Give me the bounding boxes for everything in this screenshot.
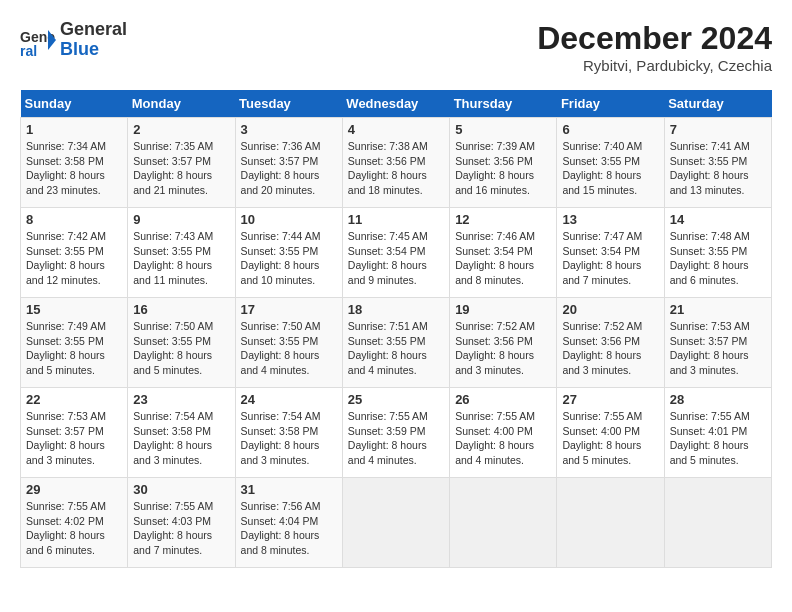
calendar-cell: 9 Sunrise: 7:43 AMSunset: 3:55 PMDayligh… — [128, 208, 235, 298]
logo: Gene ral General Blue — [20, 20, 127, 60]
day-number: 28 — [670, 392, 766, 407]
calendar-cell: 6 Sunrise: 7:40 AMSunset: 3:55 PMDayligh… — [557, 118, 664, 208]
day-number: 16 — [133, 302, 229, 317]
calendar-cell — [342, 478, 449, 568]
calendar-cell: 8 Sunrise: 7:42 AMSunset: 3:55 PMDayligh… — [21, 208, 128, 298]
day-number: 13 — [562, 212, 658, 227]
logo-icon: Gene ral — [20, 22, 56, 58]
month-title: December 2024 — [537, 20, 772, 57]
day-info: Sunrise: 7:34 AMSunset: 3:58 PMDaylight:… — [26, 139, 122, 198]
calendar-cell: 30 Sunrise: 7:55 AMSunset: 4:03 PMDaylig… — [128, 478, 235, 568]
day-info: Sunrise: 7:55 AMSunset: 4:00 PMDaylight:… — [455, 409, 551, 468]
day-number: 20 — [562, 302, 658, 317]
calendar-cell: 27 Sunrise: 7:55 AMSunset: 4:00 PMDaylig… — [557, 388, 664, 478]
day-number: 18 — [348, 302, 444, 317]
calendar-cell: 25 Sunrise: 7:55 AMSunset: 3:59 PMDaylig… — [342, 388, 449, 478]
calendar-week-row: 29 Sunrise: 7:55 AMSunset: 4:02 PMDaylig… — [21, 478, 772, 568]
col-header-tuesday: Tuesday — [235, 90, 342, 118]
svg-text:ral: ral — [20, 43, 37, 58]
page-header: Gene ral General Blue December 2024 Rybi… — [20, 20, 772, 74]
day-number: 26 — [455, 392, 551, 407]
calendar-cell: 11 Sunrise: 7:45 AMSunset: 3:54 PMDaylig… — [342, 208, 449, 298]
day-number: 17 — [241, 302, 337, 317]
calendar-cell: 14 Sunrise: 7:48 AMSunset: 3:55 PMDaylig… — [664, 208, 771, 298]
calendar-cell: 20 Sunrise: 7:52 AMSunset: 3:56 PMDaylig… — [557, 298, 664, 388]
day-number: 14 — [670, 212, 766, 227]
calendar-cell: 2 Sunrise: 7:35 AMSunset: 3:57 PMDayligh… — [128, 118, 235, 208]
day-number: 31 — [241, 482, 337, 497]
day-info: Sunrise: 7:38 AMSunset: 3:56 PMDaylight:… — [348, 139, 444, 198]
calendar-cell: 24 Sunrise: 7:54 AMSunset: 3:58 PMDaylig… — [235, 388, 342, 478]
calendar-cell: 4 Sunrise: 7:38 AMSunset: 3:56 PMDayligh… — [342, 118, 449, 208]
calendar-cell: 13 Sunrise: 7:47 AMSunset: 3:54 PMDaylig… — [557, 208, 664, 298]
calendar-week-row: 8 Sunrise: 7:42 AMSunset: 3:55 PMDayligh… — [21, 208, 772, 298]
day-number: 25 — [348, 392, 444, 407]
day-number: 6 — [562, 122, 658, 137]
day-info: Sunrise: 7:41 AMSunset: 3:55 PMDaylight:… — [670, 139, 766, 198]
calendar-week-row: 22 Sunrise: 7:53 AMSunset: 3:57 PMDaylig… — [21, 388, 772, 478]
col-header-friday: Friday — [557, 90, 664, 118]
day-number: 5 — [455, 122, 551, 137]
day-number: 22 — [26, 392, 122, 407]
calendar-cell: 28 Sunrise: 7:55 AMSunset: 4:01 PMDaylig… — [664, 388, 771, 478]
calendar-cell: 12 Sunrise: 7:46 AMSunset: 3:54 PMDaylig… — [450, 208, 557, 298]
calendar-cell: 23 Sunrise: 7:54 AMSunset: 3:58 PMDaylig… — [128, 388, 235, 478]
calendar-header-row: SundayMondayTuesdayWednesdayThursdayFrid… — [21, 90, 772, 118]
calendar-cell: 5 Sunrise: 7:39 AMSunset: 3:56 PMDayligh… — [450, 118, 557, 208]
calendar-cell: 16 Sunrise: 7:50 AMSunset: 3:55 PMDaylig… — [128, 298, 235, 388]
logo-text-blue: Blue — [60, 39, 99, 59]
calendar-cell: 10 Sunrise: 7:44 AMSunset: 3:55 PMDaylig… — [235, 208, 342, 298]
day-number: 1 — [26, 122, 122, 137]
day-info: Sunrise: 7:52 AMSunset: 3:56 PMDaylight:… — [455, 319, 551, 378]
calendar-cell — [557, 478, 664, 568]
day-info: Sunrise: 7:50 AMSunset: 3:55 PMDaylight:… — [133, 319, 229, 378]
day-info: Sunrise: 7:45 AMSunset: 3:54 PMDaylight:… — [348, 229, 444, 288]
calendar-cell: 1 Sunrise: 7:34 AMSunset: 3:58 PMDayligh… — [21, 118, 128, 208]
day-number: 29 — [26, 482, 122, 497]
day-info: Sunrise: 7:52 AMSunset: 3:56 PMDaylight:… — [562, 319, 658, 378]
day-number: 15 — [26, 302, 122, 317]
calendar-week-row: 15 Sunrise: 7:49 AMSunset: 3:55 PMDaylig… — [21, 298, 772, 388]
calendar-cell: 22 Sunrise: 7:53 AMSunset: 3:57 PMDaylig… — [21, 388, 128, 478]
day-info: Sunrise: 7:36 AMSunset: 3:57 PMDaylight:… — [241, 139, 337, 198]
day-info: Sunrise: 7:55 AMSunset: 4:02 PMDaylight:… — [26, 499, 122, 558]
day-info: Sunrise: 7:50 AMSunset: 3:55 PMDaylight:… — [241, 319, 337, 378]
col-header-sunday: Sunday — [21, 90, 128, 118]
day-info: Sunrise: 7:51 AMSunset: 3:55 PMDaylight:… — [348, 319, 444, 378]
day-number: 3 — [241, 122, 337, 137]
calendar-cell: 26 Sunrise: 7:55 AMSunset: 4:00 PMDaylig… — [450, 388, 557, 478]
day-number: 10 — [241, 212, 337, 227]
day-info: Sunrise: 7:55 AMSunset: 3:59 PMDaylight:… — [348, 409, 444, 468]
location: Rybitvi, Pardubicky, Czechia — [537, 57, 772, 74]
day-info: Sunrise: 7:53 AMSunset: 3:57 PMDaylight:… — [26, 409, 122, 468]
day-number: 30 — [133, 482, 229, 497]
calendar-cell: 3 Sunrise: 7:36 AMSunset: 3:57 PMDayligh… — [235, 118, 342, 208]
day-number: 12 — [455, 212, 551, 227]
calendar-cell: 18 Sunrise: 7:51 AMSunset: 3:55 PMDaylig… — [342, 298, 449, 388]
col-header-wednesday: Wednesday — [342, 90, 449, 118]
day-number: 19 — [455, 302, 551, 317]
day-number: 23 — [133, 392, 229, 407]
day-number: 8 — [26, 212, 122, 227]
day-number: 9 — [133, 212, 229, 227]
day-info: Sunrise: 7:53 AMSunset: 3:57 PMDaylight:… — [670, 319, 766, 378]
day-number: 27 — [562, 392, 658, 407]
calendar-cell — [450, 478, 557, 568]
calendar-cell — [664, 478, 771, 568]
day-number: 2 — [133, 122, 229, 137]
day-info: Sunrise: 7:43 AMSunset: 3:55 PMDaylight:… — [133, 229, 229, 288]
day-number: 4 — [348, 122, 444, 137]
col-header-saturday: Saturday — [664, 90, 771, 118]
day-info: Sunrise: 7:47 AMSunset: 3:54 PMDaylight:… — [562, 229, 658, 288]
col-header-thursday: Thursday — [450, 90, 557, 118]
day-number: 11 — [348, 212, 444, 227]
day-info: Sunrise: 7:44 AMSunset: 3:55 PMDaylight:… — [241, 229, 337, 288]
col-header-monday: Monday — [128, 90, 235, 118]
day-number: 7 — [670, 122, 766, 137]
day-info: Sunrise: 7:46 AMSunset: 3:54 PMDaylight:… — [455, 229, 551, 288]
day-info: Sunrise: 7:55 AMSunset: 4:01 PMDaylight:… — [670, 409, 766, 468]
calendar-cell: 15 Sunrise: 7:49 AMSunset: 3:55 PMDaylig… — [21, 298, 128, 388]
calendar-cell: 19 Sunrise: 7:52 AMSunset: 3:56 PMDaylig… — [450, 298, 557, 388]
calendar-table: SundayMondayTuesdayWednesdayThursdayFrid… — [20, 90, 772, 568]
day-info: Sunrise: 7:39 AMSunset: 3:56 PMDaylight:… — [455, 139, 551, 198]
